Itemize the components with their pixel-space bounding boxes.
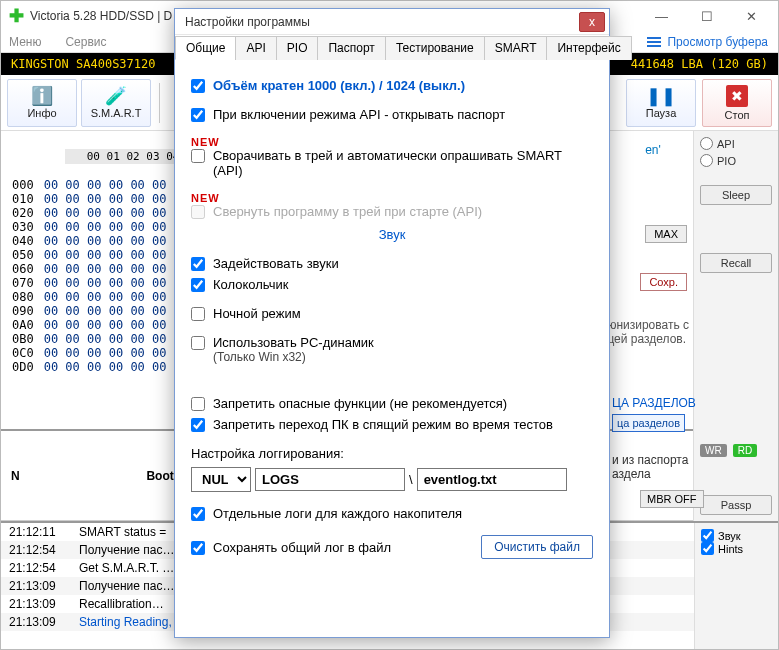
tab-interface[interactable]: Интерфейс [546, 36, 631, 60]
new-group-1: NEW Сворачивать в трей и автоматически о… [191, 136, 593, 178]
toolbar-info-button[interactable]: ℹ️ Инфо [7, 79, 77, 127]
cb-tray-start-label: Свернуть программу в трей при старте (AP… [213, 204, 482, 219]
cb-tray-smart[interactable]: Сворачивать в трей и автоматически опраш… [191, 148, 593, 178]
log-file-input[interactable] [417, 468, 567, 491]
hex-offset: 070 [7, 276, 39, 290]
cb-open-passport-input[interactable] [191, 108, 205, 122]
cb-sound-input[interactable] [701, 529, 714, 542]
recall-button[interactable]: Recall [700, 253, 772, 273]
cb-night-mode[interactable]: Ночной режим [191, 306, 593, 321]
logging-title: Настройка логгирования: [191, 446, 593, 461]
cb-separate-logs[interactable]: Отдельные логи для каждого накопителя [191, 506, 593, 521]
hex-offset: 050 [7, 248, 39, 262]
cb-tray-smart-label: Сворачивать в трей и автоматически опраш… [213, 148, 593, 178]
cb-volume-1000[interactable]: Объём кратен 1000 (вкл.) / 1024 (выкл.) [191, 78, 593, 93]
cb-pcspk[interactable]: Использовать PC-динамик [191, 335, 593, 350]
toolbar-smart-button[interactable]: 🧪 S.M.A.R.T [81, 79, 151, 127]
cb-hints[interactable]: Hints [701, 542, 772, 555]
cb-sound[interactable]: Звук [701, 529, 772, 542]
hex-offset: 040 [7, 234, 39, 248]
tab-pio[interactable]: PIO [276, 36, 319, 60]
hex-bytes: 00 00 00 00 00 00 [39, 192, 172, 206]
maximize-button[interactable]: ☐ [684, 2, 729, 30]
hex-bytes: 00 00 00 00 00 00 [39, 318, 172, 332]
sliver-en-text: en' [612, 143, 694, 157]
toolbar-stop-button[interactable]: ✖ Стоп [702, 79, 772, 127]
tab-testing[interactable]: Тестирование [385, 36, 485, 60]
burger-icon [647, 37, 661, 47]
radio-pio-input[interactable] [700, 154, 713, 167]
hex-row: 0B000 00 00 00 00 00 [7, 332, 172, 346]
hex-offset: 030 [7, 220, 39, 234]
cb-tray-smart-input[interactable] [191, 149, 205, 163]
new-tag-2: NEW [191, 192, 593, 204]
cb-enable-sounds-input[interactable] [191, 257, 205, 271]
menu-item-service[interactable]: Сервис [65, 35, 106, 49]
toolbar-separator [159, 83, 160, 123]
hex-row: 02000 00 00 00 00 00 [7, 206, 172, 220]
sliver-partition-button[interactable]: ца разделов [612, 414, 685, 432]
cb-save-common-label: Сохранять общий лог в файл [213, 540, 391, 555]
tab-api[interactable]: API [235, 36, 276, 60]
max-button[interactable]: MAX [645, 225, 687, 243]
toolbar-pause-button[interactable]: ❚❚ Пауза [626, 79, 696, 127]
cb-bell[interactable]: Колокольчик [191, 277, 593, 292]
radio-api-input[interactable] [700, 137, 713, 150]
tab-passport[interactable]: Паспорт [317, 36, 385, 60]
toolbar-stop-label: Стоп [725, 109, 750, 121]
cb-forbid-sleep-label: Запретить переход ПК в спящий режим во в… [213, 417, 553, 432]
menu-item-menu[interactable]: Меню [9, 35, 41, 49]
radio-pio[interactable]: PIO [700, 154, 772, 167]
hex-row: 00000 00 00 00 00 00 [7, 178, 172, 192]
mbr-off-button[interactable]: MBR OFF [640, 490, 704, 508]
dialog-close-button[interactable]: x [579, 12, 605, 32]
dialog-title: Настройки программы [185, 15, 579, 29]
cb-pcspk-group: Использовать PC-динамик (Только Win x32) [191, 335, 593, 364]
tab-smart[interactable]: SMART [484, 36, 548, 60]
cb-forbid-sleep[interactable]: Запретить переход ПК в спящий режим во в… [191, 417, 593, 432]
hex-row: 0C000 00 00 00 00 00 [7, 346, 172, 360]
cb-volume-1000-label: Объём кратен 1000 (вкл.) / 1024 (выкл.) [213, 78, 465, 93]
hex-offset: 020 [7, 206, 39, 220]
cb-volume-1000-input[interactable] [191, 79, 205, 93]
cb-bell-input[interactable] [191, 278, 205, 292]
save-button-sliver[interactable]: Сохр. [640, 273, 687, 291]
hex-bytes: 00 00 00 00 00 00 [39, 332, 172, 346]
menu-item-view-buffer[interactable]: Просмотр буфера [647, 35, 768, 49]
cb-open-passport[interactable]: При включении режима API - открывать пас… [191, 107, 593, 122]
log-dir-input[interactable] [255, 468, 405, 491]
log-target-select[interactable]: NUL [191, 467, 251, 492]
smart-icon: 🧪 [105, 87, 127, 105]
log-time: 21:12:54 [1, 541, 71, 559]
hex-bytes: 00 00 00 00 00 00 [39, 290, 172, 304]
cb-enable-sounds[interactable]: Задействовать звуки [191, 256, 593, 271]
cb-bell-label: Колокольчик [213, 277, 288, 292]
toolbar-right-group: ❚❚ Пауза ✖ Стоп [626, 79, 772, 127]
clear-file-button[interactable]: Очистить файл [481, 535, 593, 559]
cb-forbid-danger-input[interactable] [191, 397, 205, 411]
cb-save-common[interactable]: Сохранять общий лог в файл [191, 540, 391, 555]
dialog-body: Объём кратен 1000 (вкл.) / 1024 (выкл.) … [175, 60, 609, 637]
sleep-button[interactable]: Sleep [700, 185, 772, 205]
tab-general[interactable]: Общие [175, 36, 236, 60]
cb-separate-logs-input[interactable] [191, 507, 205, 521]
settings-dialog: Настройки программы x Общие API PIO Пасп… [174, 8, 610, 638]
cb-pcspk-input[interactable] [191, 336, 205, 350]
col-n[interactable]: N [1, 431, 136, 521]
hex-offset: 000 [7, 178, 39, 192]
minimize-button[interactable]: — [639, 2, 684, 30]
close-button[interactable]: ✕ [729, 2, 774, 30]
cb-night-mode-input[interactable] [191, 307, 205, 321]
cb-forbid-sleep-input[interactable] [191, 418, 205, 432]
hex-bytes: 00 00 00 00 00 00 [39, 206, 172, 220]
passp-button[interactable]: Passp [700, 495, 772, 515]
hex-offset: 060 [7, 262, 39, 276]
log-time: 21:12:54 [1, 559, 71, 577]
cb-save-common-input[interactable] [191, 541, 205, 555]
radio-api-label: API [717, 138, 735, 150]
cb-open-passport-label: При включении режима API - открывать пас… [213, 107, 505, 122]
cb-hints-input[interactable] [701, 542, 714, 555]
radio-api[interactable]: API [700, 137, 772, 150]
sliver-passport: и из паспорта аздела [612, 453, 688, 481]
cb-forbid-danger[interactable]: Запретить опасные функции (не рекомендуе… [191, 396, 593, 411]
